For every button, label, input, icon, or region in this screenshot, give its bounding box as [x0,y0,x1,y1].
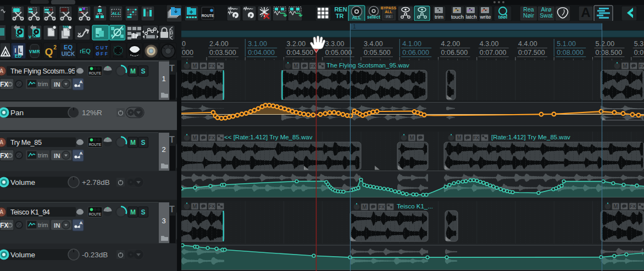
svg-text:ED: ED [15,53,22,59]
svg-text:A: A [80,151,83,156]
svg-text:Q: Q [45,46,53,58]
svg-text:ROUTE: ROUTE [202,14,214,18]
svg-text:FX: FX [379,204,385,210]
svg-text:trim: trim [38,222,48,228]
svg-text:000: 000 [182,49,193,57]
svg-text:0:09.000: 0:09.000 [634,49,644,57]
svg-text:T: T [169,205,175,214]
svg-text:IN: IN [54,81,60,88]
svg-text:Volume: Volume [10,178,35,187]
svg-text:ROUTE: ROUTE [89,212,102,216]
svg-text:write: write [479,14,491,20]
svg-text:3.2.00: 3.2.00 [287,40,306,48]
svg-text:M: M [130,139,136,146]
svg-text:IN: IN [54,222,60,229]
svg-text:M: M [362,204,367,210]
svg-text:0:04.000: 0:04.000 [248,49,275,57]
svg-text:TAB: TAB [63,25,69,29]
svg-text:C U T: C U T [96,45,108,50]
svg-text:ALL: ALL [352,15,362,20]
svg-text:EchoB: EchoB [113,55,124,58]
svg-text:5.1.00: 5.1.00 [557,40,576,48]
svg-text:FX: FX [0,152,8,160]
svg-text:ROUTE: ROUTE [89,143,102,146]
svg-text:12%R: 12%R [82,109,102,117]
svg-text:select: select [367,14,380,20]
svg-text:touch: touch [451,14,464,20]
svg-text:FX: FX [473,135,479,140]
svg-text:FX: FX [386,15,391,19]
svg-text:IN: IN [54,153,60,159]
svg-text:0:07.000: 0:07.000 [480,49,507,57]
svg-text:2.4.00: 2.4.00 [209,40,229,48]
svg-text:latch: latch [465,14,476,20]
svg-text:2: 2 [162,145,165,154]
svg-text:A: A [80,80,83,84]
svg-text:Nøir: Nøir [523,12,534,19]
svg-text:Try Me_85: Try Me_85 [10,139,42,146]
svg-text:v: v [29,34,31,39]
svg-text:FX: FX [0,81,8,88]
svg-text:M: M [192,204,197,210]
svg-text:4.3.00: 4.3.00 [480,40,499,48]
svg-text:tøøl: tøøl [498,14,508,20]
svg-text:TR: TR [336,13,344,19]
svg-text:REN: REN [334,6,347,13]
svg-text:M: M [409,135,414,141]
svg-text:A: A [581,5,590,20]
svg-text:M: M [293,63,298,69]
svg-text:0:07.500: 0:07.500 [518,49,545,57]
svg-text:0:06.000: 0:06.000 [402,49,429,57]
svg-text:trim: trim [435,14,443,20]
svg-text:M: M [130,67,136,75]
svg-text:ALL: ALL [111,11,120,16]
svg-text:1: 1 [353,24,356,30]
svg-text:A: A [0,68,3,74]
svg-text:1: 1 [162,75,165,83]
svg-text:rEQ: rEQ [80,48,91,54]
svg-text:FX: FX [630,204,636,209]
svg-text:FX: FX [209,63,215,69]
svg-text:UICK: UICK [62,51,75,57]
svg-text:0:08.500: 0:08.500 [596,49,623,57]
svg-text:Teisco K1_94: Teisco K1_94 [10,208,50,216]
svg-text:Teisco K1_...: Teisco K1_... [397,203,433,210]
svg-text:0:06.500: 0:06.500 [441,49,468,57]
svg-text:5.2.00: 5.2.00 [596,40,615,48]
svg-text:S: S [141,208,145,216]
svg-text:2: 2 [53,44,57,50]
svg-text:3.1.00: 3.1.00 [248,40,267,48]
svg-text:5.3.00: 5.3.00 [634,40,644,48]
svg-text:VMR: VMR [29,49,40,54]
svg-text:M: M [457,135,461,141]
svg-text:S: S [141,67,145,75]
svg-text:0:05.000: 0:05.000 [325,49,352,57]
svg-text:0:04.500: 0:04.500 [287,49,314,57]
svg-text:trim: trim [38,81,48,87]
svg-text:3.4.00: 3.4.00 [364,40,383,48]
svg-text:trim: trim [38,152,48,159]
svg-text:S: S [141,139,145,146]
svg-text:M: M [623,63,627,69]
svg-text:Swat: Swat [540,12,552,19]
svg-text:[Rate:1.412] Try Me_85.wav: [Rate:1.412] Try Me_85.wav [491,134,570,140]
svg-text:T: T [169,135,175,144]
svg-text:3.3.00: 3.3.00 [325,40,345,48]
svg-text:0:05.500: 0:05.500 [364,49,391,57]
svg-text:The Flying Scotsman_95.wav: The Flying Scotsman_95.wav [326,62,409,69]
svg-text:FX: FX [209,135,215,140]
svg-text:0: 0 [182,40,186,48]
svg-text:4.2.00: 4.2.00 [441,40,460,48]
svg-text:Pan: Pan [10,109,24,117]
svg-text:0:08.000: 0:08.000 [557,49,584,57]
svg-text:M: M [192,63,197,69]
svg-text:Volume: Volume [10,251,35,259]
svg-text:A: A [80,221,83,225]
svg-text:M: M [192,135,197,141]
svg-text:4.4.00: 4.4.00 [518,40,537,48]
svg-text:FX: FX [209,204,215,209]
svg-text:Ø F F: Ø F F [96,51,108,57]
svg-text:FX: FX [639,63,644,69]
svg-text:<< [Rate:1.412] Try Me_85.wav: << [Rate:1.412] Try Me_85.wav [224,134,313,140]
svg-text:0:03.500: 0:03.500 [209,49,236,57]
